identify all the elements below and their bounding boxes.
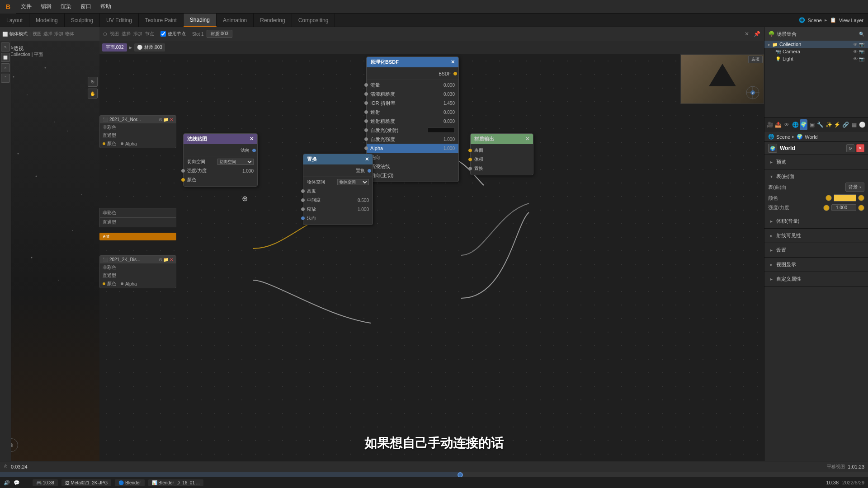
taskbar-metal[interactable]: 🖼 Metal021_2K-JPG	[61, 479, 112, 486]
taskbar-blender[interactable]: 🎮 10:38	[33, 479, 58, 486]
bump-close[interactable]: ✕	[365, 156, 369, 162]
collection-vis-btn[interactable]: 👁	[853, 42, 858, 47]
tex2-remove-btn[interactable]: ✕	[170, 257, 173, 262]
prop-icon-constraints[interactable]: 🔗	[842, 119, 849, 130]
taskbar-ppt[interactable]: 📊 Blender_D_16_01 ...	[148, 479, 204, 486]
tab-animation[interactable]: Animation	[217, 14, 254, 27]
prop-icon-particles[interactable]: ✨	[825, 119, 833, 130]
world-breadcrumb[interactable]: World	[805, 134, 818, 140]
node-node-menu[interactable]: 节点	[145, 31, 154, 37]
timeline-scrubber[interactable]	[0, 472, 868, 477]
world-copy-btn[interactable]: ⊙	[846, 144, 854, 152]
tab-uv-editing[interactable]: UV Editing	[100, 14, 139, 27]
nav-icon-pan[interactable]: ✋	[88, 89, 98, 99]
taskbar-blender2[interactable]: 🔵 Blender	[115, 479, 144, 486]
node-canvas[interactable]: 原理化BSDF ✕ BSDF 流量 0.000 清漆粗糙度 0.	[99, 54, 764, 461]
material-output-node[interactable]: 材质输出 ✕ 表面 体积 置换	[470, 133, 533, 175]
menu-window[interactable]: 窗口	[76, 0, 96, 13]
output-close[interactable]: ✕	[525, 136, 529, 142]
section-custom-props-header[interactable]: ▸ 自定义属性	[768, 274, 864, 284]
tab-sculpting[interactable]: Sculpting	[65, 14, 100, 27]
tool-lasso[interactable]: ⌒	[1, 74, 10, 83]
prop-icon-view[interactable]: 👁	[783, 119, 791, 130]
normalmap-space-select[interactable]: 切向空间	[217, 159, 254, 165]
tool-box[interactable]: ⬜	[1, 53, 10, 62]
section-preview-header[interactable]: ▸ 预览	[768, 157, 864, 167]
menu-file[interactable]: 文件	[16, 0, 36, 13]
status-speaker-icon[interactable]: 🔊	[4, 480, 10, 486]
tex-open-btn[interactable]: 📁	[163, 117, 169, 122]
node-add-menu[interactable]: 添加	[133, 31, 142, 37]
object-btn[interactable]: 平面.002	[102, 43, 127, 52]
move-cursor[interactable]: ⊕	[242, 194, 248, 203]
light-render-btn[interactable]: 📷	[859, 56, 864, 61]
principled-bsdf-node[interactable]: 原理化BSDF ✕ BSDF 流量 0.000 清漆粗糙度 0.	[366, 56, 459, 182]
tab-shading[interactable]: Shading	[184, 14, 217, 27]
prop-icon-scene[interactable]: 🌐	[792, 119, 799, 130]
camera-render-btn[interactable]: 📷	[859, 49, 864, 54]
viewport-mode[interactable]: 物体模式	[9, 31, 28, 37]
color-socket-dot2[interactable]	[858, 195, 864, 201]
normalmap-node[interactable]: 法线贴图 ✕ 法向 切向空间 切向空间 强度/力度 1.	[183, 133, 258, 187]
emission-color-swatch[interactable]	[428, 127, 455, 133]
prop-icon-object[interactable]: ▣	[808, 119, 816, 130]
tab-layout[interactable]: Layout	[0, 14, 29, 27]
node-close[interactable]: ✕	[451, 59, 455, 65]
timeline-handle[interactable]	[458, 472, 463, 478]
bump-node[interactable]: 置换 ✕ 置换 物体空间 物体空间 高度	[303, 154, 373, 225]
color-picker-swatch[interactable]	[834, 194, 856, 202]
node-view-menu[interactable]: 视图	[110, 31, 119, 37]
menu-edit[interactable]: 编辑	[36, 0, 56, 13]
tab-modeling[interactable]: Modeling	[29, 14, 65, 27]
tex2-open-btn[interactable]: 📁	[163, 257, 169, 262]
prop-icon-physics[interactable]: ⚡	[834, 119, 841, 130]
section-surface-header[interactable]: ▾ 表(曲)面	[768, 171, 864, 182]
strength-socket-dot[interactable]	[823, 205, 830, 211]
prop-icon-material[interactable]: ⚪	[859, 119, 866, 130]
section-settings-header[interactable]: ▸ 设置	[768, 245, 864, 255]
outliner-item-camera[interactable]: 📷 Camera 👁 📷	[764, 48, 868, 55]
nav-icon-rotate[interactable]: ↻	[88, 77, 98, 87]
viewport-add-menu[interactable]: 添加	[54, 31, 63, 37]
light-vis-btn[interactable]: 👁	[853, 56, 858, 61]
surface-type-select[interactable]: 背景 ▾	[845, 183, 864, 192]
status-transcript-icon[interactable]: 💬	[14, 480, 20, 486]
node-select-menu[interactable]: 选择	[122, 31, 131, 37]
tab-rendering[interactable]: Rendering	[254, 14, 292, 27]
material-dropdown[interactable]: 材质.003	[207, 30, 232, 38]
prop-icon-output[interactable]: 📤	[775, 119, 783, 130]
strength-socket-dot2[interactable]	[858, 205, 864, 211]
tool-circle[interactable]: ○	[1, 63, 10, 72]
color-socket-dot[interactable]	[826, 195, 832, 201]
texture-node-normal[interactable]: ⬛ 2021_2K_Nor... ⊙ 📁 ✕ 非彩色 直通型 颜色	[99, 115, 176, 148]
viewport-view-menu[interactable]: 视图	[33, 31, 42, 37]
outliner-filter-btn[interactable]: 🔍	[859, 32, 864, 37]
world-preview-btn[interactable]: 🌍	[768, 144, 777, 153]
bump-space-select[interactable]: 物体空间	[337, 179, 369, 185]
prop-icon-render[interactable]: 🎥	[766, 119, 774, 130]
scene-breadcrumb[interactable]: Scene	[776, 134, 790, 140]
menu-render[interactable]: 渲染	[56, 0, 76, 13]
camera-vis-btn[interactable]: 👁	[853, 49, 858, 54]
section-ray-vis-header[interactable]: ▸ 射线可见性	[768, 230, 864, 241]
world-close-btn[interactable]: ✕	[856, 144, 864, 152]
menu-help[interactable]: 帮助	[96, 0, 116, 13]
tool-select[interactable]: ↖	[1, 42, 10, 52]
material-path-btn[interactable]: ⚪ 材质.003	[134, 43, 165, 52]
use-nodes-checkbox[interactable]	[160, 31, 166, 37]
viewport-select-menu[interactable]: 选择	[43, 31, 52, 37]
viewport-options-btn[interactable]: 选项	[748, 56, 763, 63]
collection-render-btn[interactable]: 📷	[859, 42, 864, 47]
tex2-copy-btn[interactable]: ⊙	[159, 257, 162, 262]
outliner-item-light[interactable]: 💡 Light 👁 📷	[764, 55, 868, 62]
viewport-object-menu[interactable]: 物体	[65, 31, 74, 37]
prop-icon-data[interactable]: ▦	[850, 119, 858, 130]
normalmap-close[interactable]: ✕	[250, 136, 254, 142]
tex-copy-btn[interactable]: ⊙	[159, 117, 162, 122]
tab-compositing[interactable]: Compositing	[292, 14, 335, 27]
node-close-btn[interactable]: ✕	[745, 31, 749, 37]
prop-icon-modifier[interactable]: 🔧	[816, 119, 824, 130]
tex-remove-btn[interactable]: ✕	[170, 117, 173, 122]
tab-texture-paint[interactable]: Texture Paint	[139, 14, 184, 27]
prop-icon-world[interactable]: 🌍	[800, 119, 807, 130]
